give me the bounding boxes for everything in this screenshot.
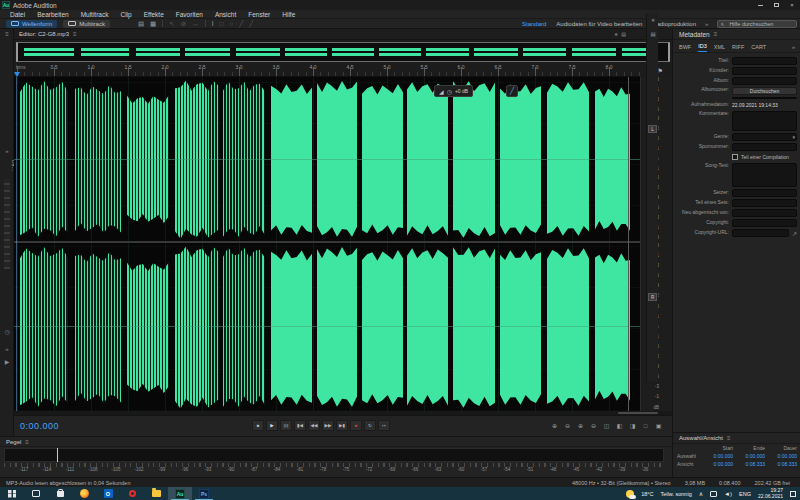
zoom-full-button[interactable]: □ [640, 420, 651, 431]
playhead-time-display[interactable]: 0:00.000 [20, 421, 59, 431]
notification-center-icon[interactable] [790, 491, 796, 497]
metadata-tab-xml[interactable]: XML [714, 42, 725, 52]
menu-bearbeiten[interactable]: Bearbeiten [31, 11, 74, 18]
razor-tool-icon[interactable]: ⊘ [181, 20, 186, 28]
waveform-burst[interactable] [75, 252, 121, 403]
editor-file-tab[interactable]: Editor: C2-G8.mp3 ≡ [14, 31, 82, 37]
help-search-box[interactable] [717, 20, 797, 28]
track-number-field[interactable] [732, 143, 797, 151]
record-button[interactable]: ● [350, 420, 362, 431]
move-tool-icon[interactable]: ↖ [169, 20, 174, 28]
task-view-button[interactable] [24, 487, 48, 500]
playhead-line[interactable] [16, 77, 17, 411]
fast-forward-button[interactable]: ▶▶ [322, 420, 334, 431]
external-link-icon[interactable]: ↗ [792, 230, 797, 237]
menu-favoriten[interactable]: Favoriten [170, 11, 209, 18]
marker-icon[interactable]: ⚑ [657, 67, 662, 74]
zoom-reset-button[interactable]: ▣ [653, 420, 664, 431]
skip-selection-button[interactable]: ↦ [378, 420, 390, 431]
metadata-tab-id3[interactable]: ID3 [698, 41, 707, 52]
zoom-out-time-button[interactable]: ⊖ [562, 420, 573, 431]
firefox-app[interactable] [72, 487, 96, 500]
right-channel-waveform[interactable] [14, 243, 640, 411]
weather-temp[interactable]: 18°C [641, 491, 653, 497]
collapse-panels-icon-2[interactable]: » [0, 346, 14, 352]
left-channel-badge[interactable]: L [648, 125, 657, 133]
metadata-tab-cart[interactable]: CART [751, 42, 766, 52]
menu-ansicht[interactable]: Ansicht [209, 11, 242, 18]
waveform-burst[interactable] [271, 250, 312, 405]
waveform-overview-bar[interactable] [16, 42, 670, 62]
panel-view-icon[interactable]: ▤ [621, 31, 626, 37]
asterisk-icon[interactable]: ∗ [647, 17, 659, 23]
paintbrush-tool-icon[interactable]: ╱ [249, 20, 253, 28]
zoom-selection-right-button[interactable]: ◨ [627, 420, 638, 431]
skip-to-end-button[interactable]: ▶▮ [336, 420, 348, 431]
composer-field[interactable] [732, 189, 797, 197]
outlook-app[interactable]: O [96, 487, 120, 500]
waveform-burst[interactable] [20, 247, 68, 407]
teams-chat-icon[interactable] [710, 491, 717, 497]
speaker-icon[interactable]: ◄) [724, 491, 732, 497]
part-of-set-field[interactable] [732, 199, 797, 207]
loop-playback-button[interactable]: ↻ [364, 420, 376, 431]
waveform-burst[interactable] [595, 253, 630, 401]
waveform-burst[interactable] [500, 250, 541, 405]
waveform-mode-button[interactable]: Wellenform [6, 20, 57, 28]
panel-view-icon[interactable]: ▤ [647, 31, 659, 37]
photoshop-app[interactable]: Ps [192, 487, 216, 500]
menu-multitrack[interactable]: Multitrack [75, 11, 115, 18]
menu-hilfe[interactable]: Hilfe [276, 11, 301, 18]
play-button[interactable]: ▶ [266, 420, 278, 431]
waveform-burst[interactable] [223, 247, 265, 407]
maximize-button[interactable] [768, 0, 784, 10]
waveform-display[interactable]: ◢ ◷ +0 dB ╱ [14, 77, 640, 411]
waveform-burst[interactable] [547, 248, 589, 406]
selection-value[interactable]: 0:00.000 [701, 461, 733, 467]
hud-pen-icon[interactable]: ╱ [506, 85, 518, 97]
tray-chevron-icon[interactable]: ∧ [699, 490, 703, 497]
waveform-display-icon[interactable]: ▤ [138, 20, 144, 28]
scrollbar-handle[interactable] [618, 412, 658, 414]
album-field[interactable] [732, 77, 797, 85]
gain-hud[interactable]: ◢ ◷ +0 dB [434, 85, 473, 97]
panel-menu-icon[interactable]: ≡ [727, 435, 731, 441]
selection-value[interactable]: 0:08.333 [765, 461, 797, 467]
minimize-button[interactable] [752, 0, 768, 10]
waveform-burst[interactable] [362, 250, 403, 405]
zoom-in-amplitude-button[interactable]: ⊕ [575, 420, 586, 431]
panel-menu-icon[interactable]: ≡ [25, 439, 29, 445]
metadata-tabs-overflow[interactable]: » [792, 44, 795, 50]
collapsed-panel-tabs[interactable] [4, 179, 10, 269]
clock-date[interactable]: 19:27 22.06.2021 [758, 488, 783, 499]
lasso-selection-tool-icon[interactable]: ○ [229, 20, 233, 27]
album-art-box[interactable] [732, 97, 797, 99]
close-button[interactable]: × [784, 0, 800, 10]
skip-to-start-button[interactable]: ▮◀ [294, 420, 306, 431]
store-app[interactable] [48, 487, 72, 500]
language-indicator[interactable]: ENG [739, 491, 751, 497]
asterisk-icon[interactable]: ∗ [614, 31, 618, 37]
zoom-out-amplitude-button[interactable]: ⊖ [588, 420, 599, 431]
selection-value[interactable]: 0:00.000 [701, 453, 733, 459]
selection-value[interactable]: 0:08.333 [733, 461, 765, 467]
panel-menu-icon[interactable]: ≡ [714, 31, 718, 37]
compilation-checkbox[interactable] [732, 154, 738, 160]
spectral-display-icon[interactable]: ▦ [150, 20, 156, 28]
ibeam-tool-icon[interactable]: I [212, 20, 214, 27]
collapse-panels-icon[interactable]: » [0, 148, 14, 154]
genre-select[interactable] [732, 133, 797, 141]
pause-button[interactable]: ▮▮ [280, 420, 292, 431]
selection-value[interactable]: 0:00.000 [733, 453, 765, 459]
waveform-burst[interactable] [407, 248, 448, 406]
audition-app[interactable]: Au [168, 487, 192, 500]
selection-value[interactable]: 0:00.000 [765, 453, 797, 459]
marquee-selection-tool-icon[interactable]: □ [219, 20, 223, 27]
slip-tool-icon[interactable]: ╱ [239, 20, 243, 28]
weather-desc[interactable]: Teilw. sonnig [661, 491, 692, 497]
zoom-in-time-button[interactable]: ⊕ [549, 420, 560, 431]
waveform-burst[interactable] [127, 262, 169, 393]
comments-field[interactable] [732, 111, 797, 131]
zoom-selection-left-button[interactable]: ◧ [614, 420, 625, 431]
remixed-by-field[interactable] [732, 209, 797, 217]
